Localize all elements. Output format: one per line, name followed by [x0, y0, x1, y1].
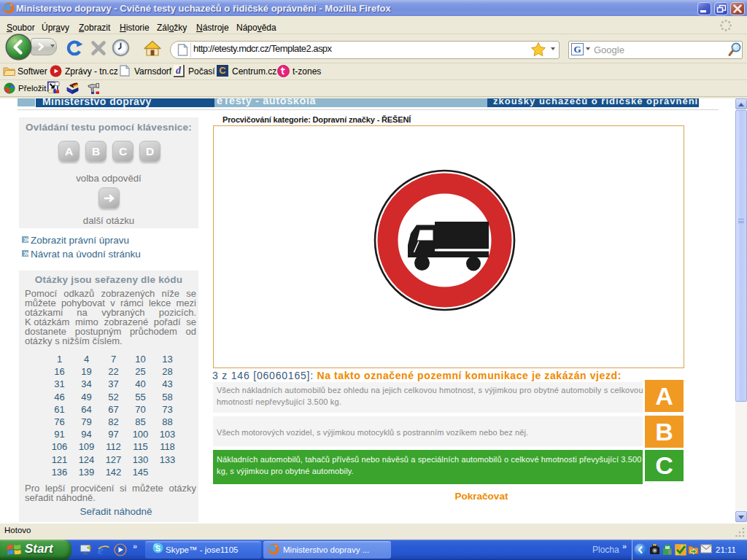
svg-text:e: e [98, 543, 104, 556]
svg-text:S: S [155, 544, 160, 553]
